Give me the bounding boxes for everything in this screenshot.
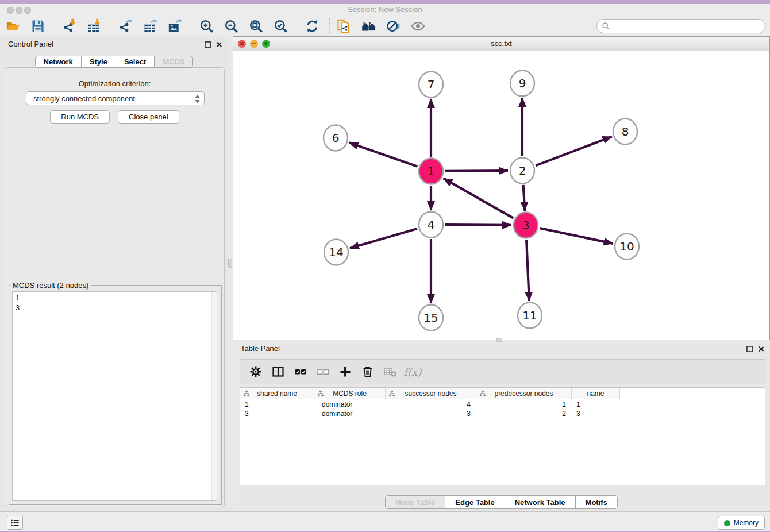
graph-edge-1-2[interactable] xyxy=(445,171,508,171)
column-header-mcds-role[interactable]: MCDS role xyxy=(314,388,386,399)
network-canvas[interactable]: 1234678910111415 xyxy=(233,51,769,340)
task-history-button[interactable] xyxy=(7,516,23,530)
memory-status-icon xyxy=(724,520,730,526)
table-cell-successor-nodes[interactable]: 4 xyxy=(386,400,476,409)
close-panel-icon[interactable] xyxy=(215,40,224,49)
import-table-from-file-button[interactable] xyxy=(85,17,102,34)
graph-node-label: 15 xyxy=(424,311,438,325)
toolbar-separator xyxy=(111,18,111,33)
table-cell-name[interactable]: 1 xyxy=(572,400,620,409)
table-options-button[interactable] xyxy=(248,364,263,379)
table-cell-predecessor-nodes[interactable]: 1 xyxy=(476,400,572,409)
toolbar-separator xyxy=(192,18,192,33)
tab-motifs[interactable]: Motifs xyxy=(575,495,618,509)
apply-preferred-layout-button[interactable] xyxy=(303,17,321,34)
toolbar-separator xyxy=(298,18,298,33)
open-session-button[interactable] xyxy=(4,17,21,34)
zoom-out-button[interactable] xyxy=(222,17,240,34)
search-input[interactable] xyxy=(613,22,760,30)
graph-edge-4-3[interactable] xyxy=(445,225,511,225)
export-network-button[interactable] xyxy=(117,17,134,34)
graph-node-6[interactable]: 6 xyxy=(324,125,348,151)
clear-selection-button[interactable] xyxy=(315,364,330,379)
zoom-in-button[interactable] xyxy=(198,17,215,34)
tab-style[interactable]: Style xyxy=(81,56,116,68)
zoom-selected-region-button[interactable] xyxy=(272,17,289,34)
houses-button[interactable] xyxy=(360,17,377,34)
optimization-select-value: strongly connected component xyxy=(33,94,135,103)
column-header-successor-nodes[interactable]: successor nodes xyxy=(386,388,476,399)
graph-edge-4-14[interactable] xyxy=(350,229,417,248)
table-row[interactable]: 3dominator323 xyxy=(240,409,620,418)
table-row[interactable]: 1dominator411 xyxy=(240,400,620,409)
hide-graphics-details-icon xyxy=(386,18,401,34)
table-cell-shared-name[interactable]: 1 xyxy=(240,400,314,409)
float-table-panel-icon[interactable] xyxy=(745,345,754,353)
mcds-panel: Optimization criterion: strongly connect… xyxy=(5,67,225,507)
mcds-result-text[interactable]: 13 xyxy=(12,291,217,501)
graph-edge-3-11[interactable] xyxy=(526,240,529,301)
new-network-from-selection-button[interactable] xyxy=(335,17,352,34)
tab-node-table[interactable]: Node Table xyxy=(385,495,445,509)
select-all-button[interactable] xyxy=(293,364,308,379)
graph-edge-3-1[interactable] xyxy=(444,178,514,218)
graph-node-8[interactable]: 8 xyxy=(613,119,637,145)
table-cell-mcds-role[interactable]: dominator xyxy=(314,400,386,409)
graph-node-label: 10 xyxy=(619,240,634,253)
graph-node-11[interactable]: 11 xyxy=(518,303,542,329)
hide-graphics-details-button[interactable] xyxy=(384,17,402,34)
table-cell-predecessor-nodes[interactable]: 2 xyxy=(476,409,572,418)
graph-node-14[interactable]: 14 xyxy=(324,240,348,265)
tab-network-table[interactable]: Network Table xyxy=(505,495,576,509)
table-cell-successor-nodes[interactable]: 3 xyxy=(386,409,476,418)
column-header-shared-name[interactable]: shared name xyxy=(240,388,314,399)
horizontal-splitter-grip[interactable] xyxy=(496,338,502,342)
list-icon xyxy=(10,518,20,528)
column-header-predecessor-nodes[interactable]: predecessor nodes xyxy=(476,388,572,399)
graph-node-15[interactable]: 15 xyxy=(419,305,443,331)
panel-splitter-grip[interactable] xyxy=(228,259,232,268)
zoom-fit-content-button[interactable] xyxy=(247,17,264,34)
graph-node-10[interactable]: 10 xyxy=(615,234,639,260)
search-box[interactable] xyxy=(596,19,765,33)
column-header-name[interactable]: name xyxy=(572,388,620,399)
export-table-button[interactable] xyxy=(141,17,159,34)
save-session-button[interactable] xyxy=(29,17,46,34)
graph-node-9[interactable]: 9 xyxy=(510,71,534,97)
float-panel-icon[interactable] xyxy=(203,40,212,49)
table-cell-name[interactable]: 3 xyxy=(572,409,620,418)
optimization-select[interactable]: strongly connected component xyxy=(26,91,205,105)
tab-network[interactable]: Network xyxy=(35,56,82,68)
tab-mcds[interactable]: MCDS xyxy=(154,56,193,68)
network-window: scc.txt 1234678910111415 xyxy=(233,36,770,340)
graph-node-4[interactable]: 4 xyxy=(419,212,443,238)
tab-select[interactable]: Select xyxy=(116,56,155,68)
tab-edge-table[interactable]: Edge Table xyxy=(445,495,505,509)
graph-node-3[interactable]: 3 xyxy=(514,213,538,238)
result-scrollbar[interactable] xyxy=(211,292,217,500)
delete-columns-button[interactable] xyxy=(360,364,375,379)
import-network-from-file-button[interactable] xyxy=(60,17,78,34)
graph-node-1[interactable]: 1 xyxy=(419,159,443,184)
graph-edge-1-6[interactable] xyxy=(349,142,418,167)
close-panel-button[interactable]: Close panel xyxy=(118,110,179,124)
show-columns-button[interactable] xyxy=(271,364,286,379)
network-from-selection-icon xyxy=(336,18,352,34)
table-cell-shared-name[interactable]: 3 xyxy=(240,409,314,418)
graph-edge-2-8[interactable] xyxy=(536,137,611,165)
graph-edge-3-10[interactable] xyxy=(540,228,613,244)
export-image-button[interactable] xyxy=(166,17,183,34)
refresh-icon xyxy=(305,18,320,34)
graph-node-label: 6 xyxy=(332,131,340,145)
graph-node-2[interactable]: 2 xyxy=(510,158,534,184)
memory-button[interactable]: Memory xyxy=(718,516,765,530)
graph-edge-2-3[interactable] xyxy=(523,185,525,211)
table-tabs: Node TableEdge TableNetwork TableMotifs xyxy=(233,495,770,509)
create-column-button[interactable] xyxy=(338,364,353,379)
graph-node-label: 14 xyxy=(329,245,343,259)
run-mcds-button[interactable]: Run MCDS xyxy=(50,110,110,124)
table-cell-mcds-role[interactable]: dominator xyxy=(314,409,386,418)
close-table-panel-icon[interactable] xyxy=(757,345,765,353)
plus-icon xyxy=(338,365,352,379)
graph-node-7[interactable]: 7 xyxy=(419,72,443,98)
